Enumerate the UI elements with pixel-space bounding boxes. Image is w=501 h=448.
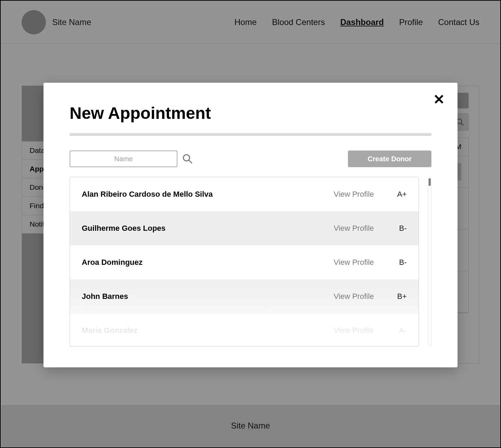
donor-list-scrollbar[interactable] [428, 177, 431, 347]
donor-name: Guilherme Goes Lopes [82, 224, 334, 233]
donor-name-input[interactable] [70, 150, 177, 167]
donor-row[interactable]: Aroa Dominguez View Profile B- [70, 245, 419, 279]
view-profile-link[interactable]: View Profile [334, 326, 386, 335]
view-profile-link[interactable]: View Profile [334, 292, 386, 301]
blood-type: A- [386, 326, 407, 335]
donor-row[interactable]: Maria Gonzalez View Profile A- [70, 313, 419, 347]
donor-row[interactable]: John Barnes View Profile B+ [70, 279, 419, 313]
blood-type: B+ [386, 292, 407, 301]
view-profile-link[interactable]: View Profile [334, 258, 386, 267]
modal-overlay[interactable]: ✕ New Appointment Create Donor Alan Ribe… [1, 1, 500, 447]
view-profile-link[interactable]: View Profile [334, 224, 386, 233]
modal-title: New Appointment [70, 104, 431, 123]
svg-line-3 [189, 160, 192, 163]
create-donor-button[interactable]: Create Donor [348, 150, 431, 167]
donor-name: Aroa Dominguez [82, 258, 334, 267]
donor-name: Maria Gonzalez [82, 326, 334, 335]
donor-row[interactable]: Guilherme Goes Lopes View Profile B- [70, 211, 419, 245]
close-icon[interactable]: ✕ [433, 92, 445, 106]
donor-row[interactable]: Alan Ribeiro Cardoso de Mello Silva View… [70, 177, 419, 211]
modal-progress-bar [70, 133, 431, 136]
scrollbar-thumb[interactable] [429, 178, 431, 186]
modal-toolbar: Create Donor [70, 150, 431, 167]
blood-type: B- [386, 224, 407, 233]
donor-name: Alan Ribeiro Cardoso de Mello Silva [82, 190, 334, 199]
blood-type: A+ [386, 190, 407, 199]
new-appointment-modal: ✕ New Appointment Create Donor Alan Ribe… [43, 83, 458, 367]
blood-type: B- [386, 258, 407, 267]
donor-list: Alan Ribeiro Cardoso de Mello Silva View… [70, 177, 419, 347]
search-icon[interactable] [182, 154, 193, 164]
view-profile-link[interactable]: View Profile [334, 190, 386, 199]
donor-name: John Barnes [82, 292, 334, 301]
